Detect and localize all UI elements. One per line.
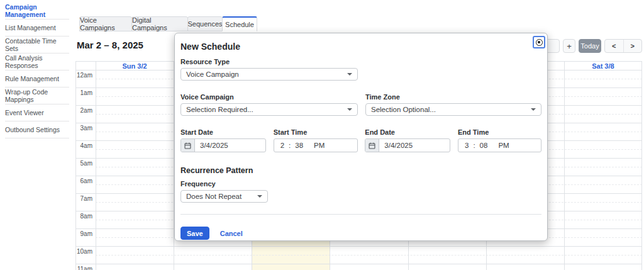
- add-button[interactable]: +: [563, 39, 575, 53]
- resource-type-select[interactable]: Voice Campaign: [180, 68, 358, 81]
- time-label: 6am: [75, 177, 92, 184]
- time-label: 3am: [75, 125, 92, 132]
- frequency-value: Does Not Repeat: [186, 193, 242, 200]
- start-minute-input[interactable]: 38: [295, 142, 303, 149]
- time-label: 12am: [75, 72, 92, 79]
- grid-line: [96, 61, 96, 270]
- frequency-label: Frequency: [180, 180, 541, 188]
- target-icon[interactable]: [533, 36, 545, 48]
- tab-schedule[interactable]: Schedule: [222, 16, 257, 31]
- tab-digital-campaigns[interactable]: Digital Campaigns: [131, 16, 188, 31]
- sidebar-item-campaign-management[interactable]: Campaign Management: [5, 3, 69, 20]
- day-header-sun-3-2: Sun 3/2: [96, 62, 174, 70]
- calendar-icon[interactable]: [181, 139, 195, 152]
- tab-sequences[interactable]: Sequences: [187, 16, 223, 31]
- sidebar-item-list-management[interactable]: List Management: [5, 20, 69, 37]
- time-zone-select[interactable]: Selection Optional...: [365, 103, 541, 116]
- chevron-down-icon: [531, 108, 536, 111]
- grid-half-hour-line: [96, 255, 642, 256]
- start-meridiem-input[interactable]: PM: [314, 142, 325, 149]
- time-label: 11am: [75, 266, 92, 270]
- tab-bar: Voice CampaignsDigital CampaignsSequence…: [79, 16, 257, 31]
- end-date-label: End Date: [365, 128, 450, 136]
- voice-campaign-select[interactable]: Selection Required...: [180, 103, 358, 116]
- grid-line: [75, 264, 642, 264]
- sidebar-item-event-viewer[interactable]: Event Viewer: [5, 104, 69, 121]
- end-date-value: 3/4/2025: [379, 142, 413, 149]
- time-zone-label: Time Zone: [365, 93, 541, 101]
- start-hour-input[interactable]: 2: [280, 142, 284, 149]
- time-label: 4am: [75, 142, 92, 149]
- sidebar-item-wrap-up-code-mappings[interactable]: Wrap-up Code Mappings: [5, 87, 69, 104]
- modal-actions: Save Cancel: [180, 227, 541, 240]
- start-time-label: Start Time: [274, 128, 358, 136]
- sidebar-item-outbound-settings[interactable]: Outbound Settings: [5, 121, 69, 138]
- voice-campaign-label: Voice Campaign: [180, 93, 358, 101]
- sidebar-item-call-analysis-responses[interactable]: Call Analysis Responses: [5, 53, 69, 70]
- end-date-group: End Date 3/4/2025: [365, 122, 450, 152]
- tab-voice-campaigns[interactable]: Voice Campaigns: [79, 16, 132, 31]
- calendar-icon[interactable]: [365, 139, 379, 152]
- week-nav-group: < >: [604, 39, 642, 53]
- start-date-value: 3/4/2025: [195, 142, 228, 149]
- recurrence-pattern-title: Recurrence Pattern: [180, 166, 541, 175]
- save-button[interactable]: Save: [180, 227, 209, 240]
- end-time-group: End Time 3 : 08 PM: [458, 122, 541, 152]
- grid-line: [75, 246, 642, 247]
- chevron-down-icon: [347, 73, 352, 76]
- start-date-label: Start Date: [180, 128, 266, 136]
- resource-type-value: Voice Campaign: [186, 70, 239, 78]
- new-schedule-modal: New Schedule Resource Type Voice Campaig…: [174, 33, 548, 241]
- end-hour-input[interactable]: 3: [465, 142, 469, 149]
- start-date-field[interactable]: 3/4/2025: [180, 138, 266, 152]
- grid-line: [641, 61, 642, 270]
- time-label: 7am: [75, 195, 92, 202]
- sidebar-item-contactable-time-sets[interactable]: Contactable Time Sets: [5, 37, 69, 53]
- time-colon: :: [473, 142, 475, 149]
- end-time-field[interactable]: 3 : 08 PM: [458, 138, 541, 152]
- prev-week-button[interactable]: <: [605, 40, 623, 52]
- time-label: 5am: [75, 160, 92, 167]
- voice-campaign-value: Selection Required...: [186, 106, 253, 113]
- cancel-link[interactable]: Cancel: [220, 230, 243, 237]
- time-zone-group: Time Zone Selection Optional...: [365, 87, 541, 116]
- target-icon-circle: [536, 39, 543, 46]
- end-date-field[interactable]: 3/4/2025: [365, 138, 450, 152]
- time-label: 2am: [75, 107, 92, 114]
- resource-type-label: Resource Type: [180, 58, 541, 65]
- time-label: 9am: [75, 230, 92, 237]
- start-time-group: Start Time 2 : 38 PM: [274, 122, 358, 152]
- time-label: 8am: [75, 213, 92, 220]
- start-date-group: Start Date 3/4/2025: [180, 122, 266, 152]
- end-time-label: End Time: [458, 128, 541, 136]
- voice-campaign-group: Voice Campaign Selection Required...: [180, 87, 358, 116]
- time-zone-value: Selection Optional...: [371, 106, 436, 113]
- grid-line: [75, 61, 76, 270]
- chevron-down-icon: [347, 108, 352, 111]
- end-minute-input[interactable]: 08: [480, 142, 488, 149]
- frequency-select[interactable]: Does Not Repeat: [180, 190, 268, 203]
- time-label: 10am: [75, 248, 92, 255]
- start-time-field[interactable]: 2 : 38 PM: [274, 138, 358, 152]
- calendar-week-title: Mar 2 – 8, 2025: [77, 40, 143, 50]
- today-button[interactable]: Today: [579, 39, 601, 53]
- time-label: 1am: [75, 89, 92, 96]
- divider: [180, 214, 541, 215]
- day-header-sat-3-8: Sat 3/8: [564, 62, 642, 70]
- time-colon: :: [289, 142, 291, 149]
- grid-line: [564, 61, 565, 270]
- chevron-down-icon: [257, 195, 262, 198]
- next-week-button[interactable]: >: [624, 40, 642, 52]
- target-icon-dot: [538, 41, 540, 43]
- sidebar: Campaign ManagementList ManagementContac…: [0, 0, 69, 270]
- end-meridiem-input[interactable]: PM: [498, 142, 509, 149]
- modal-title: New Schedule: [180, 42, 541, 52]
- sidebar-item-rule-management[interactable]: Rule Management: [5, 70, 69, 87]
